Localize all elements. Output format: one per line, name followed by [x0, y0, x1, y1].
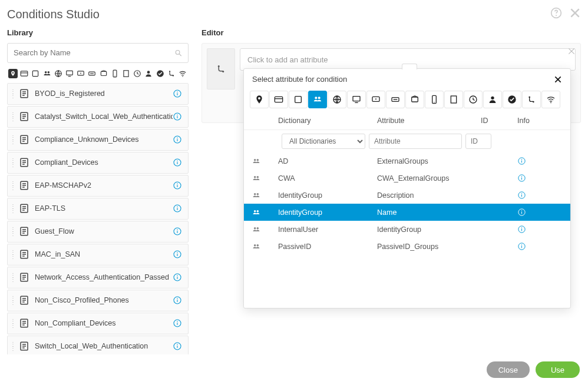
cat-user-icon[interactable] — [483, 91, 502, 108]
filter-user-icon[interactable] — [144, 69, 153, 78]
drag-handle-icon[interactable] — [8, 160, 16, 166]
info-icon[interactable] — [173, 341, 182, 351]
attribute-row[interactable]: IdentityGroupName — [244, 204, 570, 221]
search-input[interactable] — [7, 43, 189, 63]
library-item[interactable]: Network_Access_Authentication_Passed — [7, 267, 189, 288]
condition-icon — [18, 203, 30, 214]
cat-clock-icon[interactable] — [464, 91, 483, 108]
row-info-icon[interactable] — [517, 208, 562, 217]
library-item[interactable]: Switch_Local_Web_Authentication — [7, 336, 189, 354]
drag-handle-icon[interactable] — [8, 343, 16, 350]
filter-device-icon[interactable] — [76, 69, 85, 78]
drag-handle-icon[interactable] — [8, 182, 16, 189]
editor-rail-icon[interactable] — [207, 48, 235, 89]
cat-group-icon[interactable] — [308, 91, 327, 108]
cat-shield-icon[interactable] — [405, 91, 424, 108]
condition-icon — [18, 295, 30, 306]
library-item[interactable]: BYOD_is_Registered — [7, 83, 189, 105]
info-icon[interactable] — [173, 112, 182, 121]
filter-phone-icon[interactable] — [110, 69, 120, 78]
dictionary-select[interactable]: All Dictionaries — [282, 134, 365, 149]
filter-building-icon[interactable] — [121, 69, 131, 78]
row-info-icon[interactable] — [517, 174, 562, 182]
info-icon[interactable] — [173, 318, 182, 328]
cat-building-icon[interactable] — [444, 91, 463, 108]
condition-icon — [18, 111, 30, 122]
drag-handle-icon[interactable] — [8, 274, 16, 281]
drag-handle-icon[interactable] — [8, 137, 16, 143]
popover-close-icon[interactable] — [554, 75, 562, 84]
drag-handle-icon[interactable] — [8, 297, 16, 304]
info-icon[interactable] — [173, 204, 182, 213]
library-item[interactable]: EAP-TLS — [7, 198, 189, 220]
filter-radius-icon[interactable] — [87, 69, 97, 78]
drag-handle-icon[interactable] — [8, 228, 16, 235]
library-item-label: EAP-TLS — [35, 204, 173, 213]
cat-square-icon[interactable] — [289, 91, 308, 108]
cat-check-icon[interactable] — [503, 91, 521, 108]
library-item[interactable]: Guest_Flow — [7, 221, 189, 243]
cat-wifi-icon[interactable] — [541, 91, 560, 108]
cat-pin-icon[interactable] — [250, 91, 269, 108]
cat-plug-icon[interactable] — [522, 91, 541, 108]
row-info-icon[interactable] — [517, 225, 562, 234]
filter-monitor-icon[interactable] — [65, 69, 74, 78]
cat-card-icon[interactable] — [269, 91, 288, 108]
info-icon[interactable] — [173, 158, 182, 167]
row-info-icon[interactable] — [517, 242, 562, 251]
library-item[interactable]: Non_Cisco_Profiled_Phones — [7, 290, 189, 311]
library-item[interactable]: Compliant_Devices — [7, 152, 189, 174]
filter-clock-icon[interactable] — [133, 69, 142, 78]
cat-radius-icon[interactable] — [386, 91, 405, 108]
filter-globe-icon[interactable] — [54, 69, 63, 78]
attribute-row[interactable]: CWACWA_ExternalGroups — [244, 170, 570, 187]
drag-handle-icon[interactable] — [8, 251, 16, 258]
library-item[interactable]: Catalyst_Switch_Local_Web_Authentication — [7, 106, 189, 128]
filter-shield-icon[interactable] — [99, 69, 108, 78]
attribute-row[interactable]: PassiveIDPassiveID_Groups — [244, 238, 570, 255]
drag-handle-icon[interactable] — [8, 91, 16, 97]
drag-handle-icon[interactable] — [8, 320, 16, 327]
attribute-row[interactable]: ADExternalGroups — [244, 152, 570, 170]
attribute-filter-input[interactable] — [369, 134, 462, 149]
library-item[interactable]: Compliance_Unknown_Devices — [7, 129, 189, 151]
attribute-row[interactable]: IdentityGroupDescription — [244, 187, 570, 204]
filter-check-icon[interactable] — [155, 69, 164, 78]
info-icon[interactable] — [173, 89, 182, 98]
filter-wifi-icon[interactable] — [178, 69, 187, 78]
info-icon[interactable] — [173, 296, 182, 305]
page-title: Conditions Studio — [7, 8, 100, 21]
row-info-icon[interactable] — [517, 157, 562, 165]
cat-monitor-icon[interactable] — [347, 91, 366, 108]
filter-card-icon[interactable] — [19, 69, 29, 78]
help-icon[interactable] — [550, 7, 562, 21]
attribute-row[interactable]: InternalUserIdentityGroup — [244, 221, 570, 238]
info-icon[interactable] — [173, 227, 182, 236]
row-group-icon — [252, 208, 278, 217]
use-button[interactable]: Use — [536, 361, 580, 378]
cat-globe-icon[interactable] — [328, 91, 346, 108]
library-item[interactable]: Non_Compliant_Devices — [7, 313, 189, 334]
cat-device-icon[interactable] — [366, 91, 385, 108]
info-icon[interactable] — [173, 181, 182, 190]
close-icon[interactable] — [569, 7, 581, 21]
popover-columns: Dictionary Attribute ID Info — [244, 112, 570, 130]
filter-square-icon[interactable] — [31, 69, 40, 78]
info-icon[interactable] — [173, 273, 182, 282]
editor-clear-icon[interactable] — [567, 47, 576, 55]
filter-group-icon[interactable] — [42, 69, 52, 78]
close-button[interactable]: Close — [487, 361, 530, 378]
row-info-icon[interactable] — [517, 191, 562, 200]
library-item-label: Compliant_Devices — [35, 158, 173, 167]
id-filter-input[interactable] — [465, 134, 491, 149]
library-item[interactable]: EAP-MSCHAPv2 — [7, 175, 189, 197]
cat-phone-icon[interactable] — [425, 91, 444, 108]
info-icon[interactable] — [173, 250, 182, 259]
info-icon[interactable] — [173, 135, 182, 144]
filter-pin-icon[interactable] — [8, 69, 18, 78]
drag-handle-icon[interactable] — [8, 114, 16, 120]
drag-handle-icon[interactable] — [8, 205, 16, 212]
library-item[interactable]: MAC_in_SAN — [7, 244, 189, 265]
filter-plug-icon[interactable] — [167, 69, 176, 78]
search-field[interactable] — [14, 48, 174, 57]
